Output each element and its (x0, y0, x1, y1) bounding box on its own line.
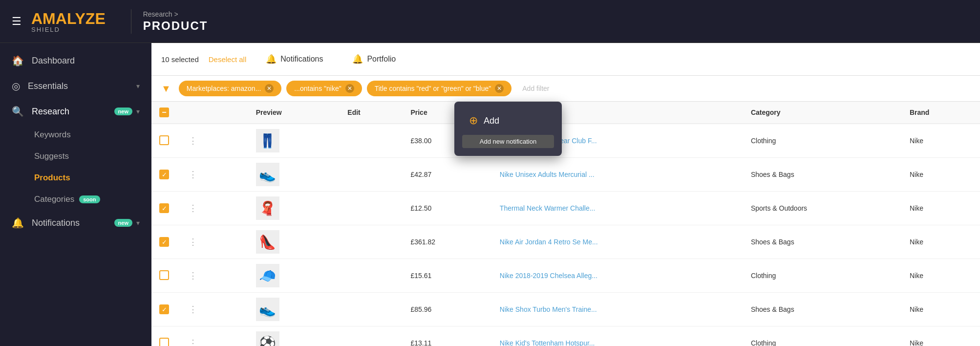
sidebar-item-products[interactable]: Products (29, 167, 151, 189)
bell-icon: 🔔 (12, 217, 24, 229)
row-context-menu[interactable]: ⋮ (185, 304, 201, 314)
product-image: 👖 (256, 129, 279, 152)
deselect-all-button[interactable]: Deselect all (209, 55, 247, 64)
table-row: ⋮ ⚽ £13.11 Nike Kid's Tottenham Hotspur.… (151, 326, 980, 346)
product-title-link[interactable]: Nike Air Jordan 4 Retro Se Me... (500, 238, 598, 246)
row-context-menu[interactable]: ⋮ (185, 170, 201, 179)
sidebar-item-suggests[interactable]: Suggests (29, 146, 151, 167)
row-checkbox[interactable] (159, 304, 169, 314)
bell-icon: 🔔 (266, 54, 277, 65)
row-category: Shoes & Bags (743, 225, 902, 259)
product-title-link[interactable]: Nike Shox Turbo Men's Traine... (500, 305, 597, 313)
filter-tag-text: Marketplaces: amazon... (187, 85, 261, 92)
filter-remove-button[interactable]: ✕ (265, 84, 274, 93)
search-icon: 🔍 (12, 106, 24, 117)
row-checkbox[interactable] (159, 270, 169, 280)
sidebar-item-keywords[interactable]: Keywords (29, 124, 151, 146)
sidebar-item-label: Research (32, 107, 109, 117)
filter-remove-button[interactable]: ✕ (495, 84, 504, 93)
row-checkbox[interactable] (159, 338, 169, 346)
row-checkbox[interactable] (159, 135, 169, 145)
add-notification-item[interactable]: ⊕ Add (462, 109, 554, 132)
table-row: ⋮ 🧢 £15.61 Nike 2018-2019 Chelsea Alleg.… (151, 259, 980, 293)
sidebar-item-label: Essentials (28, 81, 136, 91)
row-preview-cell: ⚽ (248, 326, 340, 346)
col-checkbox (151, 102, 177, 124)
row-dots-cell: ⋮ (177, 124, 248, 158)
product-image: 👠 (256, 230, 279, 254)
filter-remove-button[interactable]: ✕ (345, 84, 354, 93)
notifications-dropdown: ⊕ Add Add new notification (454, 102, 562, 156)
sidebar-item-essentials[interactable]: ◎ Essentials ▾ (0, 73, 151, 99)
row-price: £13.11 (403, 326, 491, 346)
row-context-menu[interactable]: ⋮ (185, 203, 201, 213)
row-preview-cell: 👠 (248, 225, 340, 259)
sidebar-item-research[interactable]: 🔍 Research new ▾ (0, 99, 151, 124)
breadcrumb-current: PRODUCT (143, 19, 208, 33)
row-checkbox[interactable] (159, 203, 169, 213)
product-title-link[interactable]: Nike 2018-2019 Chelsea Alleg... (500, 272, 597, 280)
product-image: 🧢 (256, 264, 279, 287)
product-image: ⚽ (256, 331, 279, 346)
row-context-menu[interactable]: ⋮ (185, 237, 201, 247)
row-edit-cell (340, 158, 403, 192)
sidebar-item-label: Dashboard (32, 56, 140, 66)
row-context-menu[interactable]: ⋮ (185, 271, 201, 281)
product-title-link[interactable]: Nike Unisex Adults Mercurial ... (500, 171, 595, 178)
row-dots-cell: ⋮ (177, 326, 248, 346)
sidebar-item-label: Notifications (32, 218, 109, 228)
row-category: Shoes & Bags (743, 293, 902, 326)
row-preview-cell: 🧣 (248, 192, 340, 225)
table-row: ⋮ 👠 £361.82 Nike Air Jordan 4 Retro Se M… (151, 225, 980, 259)
product-image: 🧣 (256, 196, 279, 220)
product-title-link[interactable]: Nike Kid's Tottenham Hotspur... (500, 339, 595, 346)
logo-sub: SHIELD (31, 26, 119, 33)
row-checkbox-cell (151, 158, 177, 192)
row-edit-cell (340, 192, 403, 225)
table-row: ⋮ 👟 £85.96 Nike Shox Turbo Men's Traine.… (151, 293, 980, 326)
row-brand: Nike (902, 192, 980, 225)
filter-tag-marketplaces: Marketplaces: amazon... ✕ (179, 81, 282, 96)
logo-main: AMA (31, 10, 67, 27)
sidebar-item-dashboard[interactable]: 🏠 Dashboard (0, 48, 151, 73)
hamburger-icon[interactable]: ☰ (12, 15, 21, 28)
row-edit-cell (340, 326, 403, 346)
sidebar-item-notifications[interactable]: 🔔 Notifications new ▾ (0, 210, 151, 236)
row-brand: Nike (902, 259, 980, 293)
categories-soon-badge: soon (79, 195, 100, 203)
row-checkbox-cell (151, 192, 177, 225)
row-checkbox-cell (151, 124, 177, 158)
row-title: Nike Air Jordan 4 Retro Se Me... (492, 225, 743, 259)
row-checkbox[interactable] (159, 170, 169, 179)
chevron-down-icon: ▾ (136, 219, 140, 227)
logo: AMALYZE SHIELD (31, 10, 119, 33)
add-notification-tooltip: Add new notification (462, 135, 554, 148)
row-checkbox[interactable] (159, 237, 169, 247)
add-label: Add (484, 116, 499, 126)
home-icon: 🏠 (12, 55, 24, 66)
filter-tag-text: ...ontains "nike" (294, 85, 341, 92)
selected-count: 10 selected (161, 55, 199, 64)
table-row: ⋮ 👟 £42.87 Nike Unisex Adults Mercurial … (151, 158, 980, 192)
sidebar-item-categories[interactable]: Categories soon (29, 189, 151, 210)
add-filter-button[interactable]: Add filter (516, 81, 555, 96)
row-preview-cell: 👟 (248, 293, 340, 326)
select-all-checkbox[interactable] (159, 108, 169, 117)
breadcrumb: Research > PRODUCT (143, 10, 208, 33)
row-title: Nike Shox Turbo Men's Traine... (492, 293, 743, 326)
add-circle-icon: ⊕ (469, 114, 478, 127)
filter-tag-nike: ...ontains "nike" ✕ (286, 81, 362, 96)
table-row: ⋮ 👖 £38.00 Nike Men's Sportswear Club F.… (151, 124, 980, 158)
row-checkbox-cell (151, 259, 177, 293)
row-dots-cell: ⋮ (177, 259, 248, 293)
row-context-menu[interactable]: ⋮ (185, 338, 201, 346)
product-title-link[interactable]: Thermal Neck Warmer Challe... (500, 204, 596, 212)
portfolio-button[interactable]: 🔔 Portfolio (342, 50, 405, 68)
chevron-down-icon: ▾ (136, 82, 140, 90)
row-context-menu[interactable]: ⋮ (185, 136, 201, 146)
row-dots-cell: ⋮ (177, 158, 248, 192)
main-layout: 🏠 Dashboard ◎ Essentials ▾ 🔍 Research ne… (0, 43, 980, 346)
filters-bar: ▼ Marketplaces: amazon... ✕ ...ontains "… (151, 76, 980, 102)
filter-tag-text: Title contains "red" or "green" or "blue… (375, 85, 491, 92)
notifications-button[interactable]: 🔔 Notifications (256, 50, 333, 68)
